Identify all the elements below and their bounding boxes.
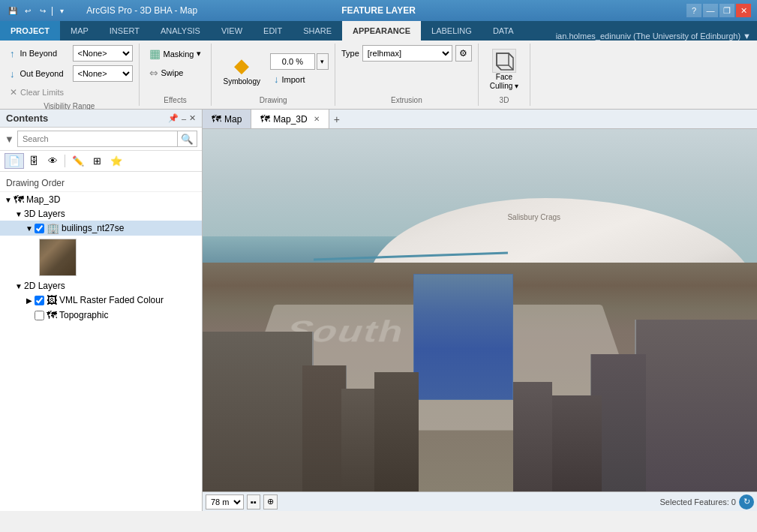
effects-label: Effects [146,96,206,104]
list-by-drawing-order-btn[interactable]: 📄 [5,153,24,169]
map-content[interactable]: South Side [203,129,757,511]
quick-access-toolbar: 💾 ↩ ↪ | ▾ [6,4,68,17]
grid-btn[interactable]: ⊞ [89,153,105,169]
expand-topographic[interactable] [24,310,35,320]
percent-input[interactable] [270,53,315,70]
contents-header: Contents 📌 – ✕ [0,110,202,128]
app-title: ArcGIS Pro - 3D BHA - Map [86,5,197,16]
map-tab-icon: 🗺 [212,113,221,125]
vml-icon: 🖼 [47,294,57,306]
close-button[interactable]: ✕ [736,4,751,17]
expand-3dlayers[interactable]: ▼ [14,209,24,219]
main-area: Contents 📌 – ✕ ▼ 🔍 📄 🗄 👁 ✏️ ⊞ ⭐ Drawing … [0,110,757,511]
map-view: 🗺 Map 🗺 Map_3D ✕ + [203,110,757,511]
clear-limits-button[interactable]: ✕ Clear Limits [6,86,68,99]
crags-label: Salisbury Crags [507,213,560,221]
expand-map3d[interactable]: ▼ [3,194,14,205]
topographic-icon: 🗺 [47,309,57,321]
refresh-button[interactable]: ↻ [739,494,754,509]
contents-pin-button[interactable]: 📌 [168,113,179,123]
topographic-visibility-checkbox[interactable] [35,311,44,320]
minimize-button[interactable]: — [703,4,718,17]
swipe-button[interactable]: ⇔ Swipe [146,65,188,80]
tab-map[interactable]: 🗺 Map [203,110,251,128]
map3d-label: Map_3D [26,194,60,205]
glass-buildings [413,274,513,400]
type-select[interactable]: [relhmax] absoluteheight relativetogroun… [362,45,452,62]
tab-appearance[interactable]: APPEARANCE [342,21,421,41]
import-button[interactable]: ↓ Import [270,72,329,86]
tab-edit[interactable]: EDIT [253,21,293,41]
ground-layer: South Side [203,263,757,491]
three-d-group: FaceCulling ▾ 3D [479,44,530,106]
tree-item-map3d[interactable]: ▼ 🗺 Map_3D [0,192,202,207]
symbology-label: Symbology [223,77,260,86]
expand-2dlayers[interactable]: ▼ [14,281,24,291]
tree-item-vml[interactable]: ▶ 🖼 VML Raster Faded Colour [0,293,202,308]
percent-stepper[interactable]: ▾ [317,53,329,70]
contents-panel: Contents 📌 – ✕ ▼ 🔍 📄 🗄 👁 ✏️ ⊞ ⭐ Drawing … [0,110,203,511]
ribbon-tabs-row: PROJECT MAP INSERT ANALYSIS VIEW EDIT SH… [0,21,757,41]
tree-item-2dlayers[interactable]: ▼ 2D Layers [0,279,202,293]
star-btn[interactable]: ⭐ [107,153,126,169]
tree-item-3dlayers[interactable]: ▼ 3D Layers [0,207,202,221]
topographic-label: Topographic [59,310,108,320]
visibility-range-group: ↑ In Beyond <None> ↓ Out Beyond <None> ✕… [0,44,140,106]
restore-button[interactable]: ❐ [719,4,734,17]
tab-share[interactable]: SHARE [293,21,342,41]
feature-layer-label: FEATURE LAYER [341,5,416,16]
extrusion-label: Extrusion [341,96,472,104]
set-scale-button[interactable]: ▪▪ [247,494,260,509]
titlebar-left: 💾 ↩ ↪ | ▾ ArcGIS Pro - 3D BHA - Map [6,4,197,17]
window-controls: ? — ❐ ✕ [686,4,751,17]
three-d-label: 3D [485,96,524,104]
redo-btn[interactable]: ↪ [36,4,50,17]
percent-row: ▾ [270,53,329,70]
in-beyond-row: ↑ In Beyond <None> [6,45,133,62]
visibility-range-content: ↑ In Beyond <None> ↓ Out Beyond <None> ✕… [6,45,133,101]
ribbon: ↑ In Beyond <None> ↓ Out Beyond <None> ✕… [0,41,757,110]
bookmark-button[interactable]: ⊕ [263,494,278,509]
expand-vml[interactable]: ▶ [24,295,35,305]
buildings-visibility-checkbox[interactable] [35,224,44,233]
tree-item-buildings[interactable]: ▼ 🏢 builings_nt27se [0,221,202,236]
three-d-content: FaceCulling ▾ [485,45,524,95]
undo-btn[interactable]: ↩ [21,4,35,17]
tab-view[interactable]: VIEW [211,21,253,41]
vml-visibility-checkbox[interactable] [35,296,44,305]
tab-map3d[interactable]: 🗺 Map_3D ✕ [251,110,329,128]
add-tab-button[interactable]: + [329,110,344,128]
symbology-icon: ◆ [234,54,249,77]
contents-collapse-button[interactable]: – [182,113,186,123]
map3d-tab-icon: 🗺 [260,113,270,125]
extrusion-settings-button[interactable]: ⚙ [455,45,472,62]
search-input[interactable] [17,131,178,147]
symbology-button[interactable]: ◆ Symbology [218,52,265,88]
dropdown-btn[interactable]: ▾ [55,4,68,17]
save-btn[interactable]: 💾 [6,4,20,17]
out-beyond-select[interactable]: <None> [73,65,133,82]
svg-line-2 [497,65,501,70]
contents-close-button[interactable]: ✕ [189,113,196,123]
clear-limits-row: ✕ Clear Limits [6,86,68,99]
tree-item-topographic[interactable]: 🗺 Topographic [0,308,202,323]
face-culling-button[interactable]: FaceCulling ▾ [485,47,524,93]
expand-buildings[interactable]: ▼ [24,223,35,233]
tab-labeling[interactable]: LABELING [421,21,482,41]
tab-map[interactable]: MAP [60,21,99,41]
masking-button[interactable]: ▦ Masking ▾ [146,45,206,62]
edit-btn[interactable]: ✏️ [68,153,88,169]
help-button[interactable]: ? [686,4,701,17]
tab-project[interactable]: PROJECT [0,21,60,41]
scale-select[interactable]: 78 m [206,494,244,509]
masking-label: Masking [164,50,194,59]
list-by-visibility-btn[interactable]: 👁 [44,153,62,169]
tab-analysis[interactable]: ANALYSIS [150,21,211,41]
tab-data[interactable]: DATA [482,21,524,41]
map3d-tab-close[interactable]: ✕ [314,115,320,123]
in-beyond-select[interactable]: <None> [73,45,133,62]
search-button[interactable]: 🔍 [178,131,197,147]
list-by-source-btn[interactable]: 🗄 [26,153,43,169]
building-mid-3 [513,382,552,491]
tab-insert[interactable]: INSERT [99,21,150,41]
